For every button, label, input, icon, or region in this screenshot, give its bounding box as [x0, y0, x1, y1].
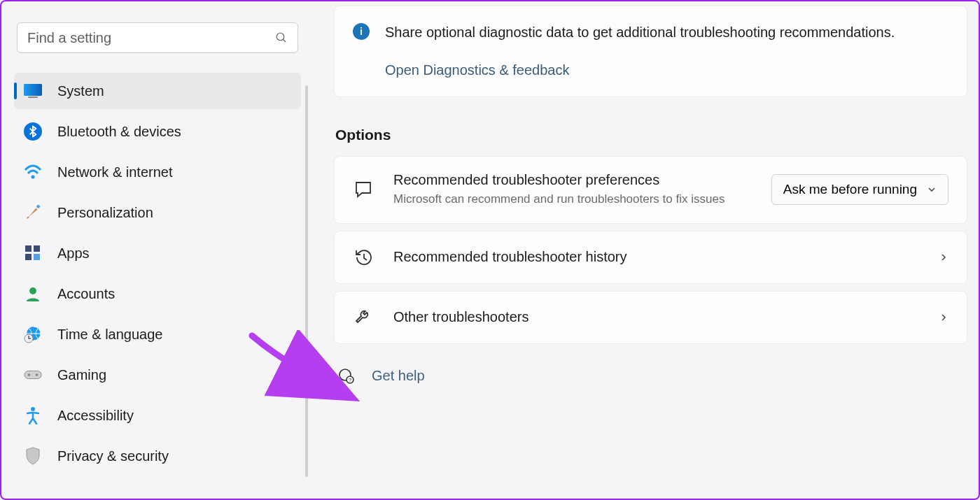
svg-point-6	[31, 176, 35, 179]
row-title: Recommended troubleshooter preferences	[393, 172, 771, 188]
help-label: Get help	[372, 368, 425, 384]
nav-label: Privacy & security	[57, 448, 169, 464]
nav-label: Accounts	[57, 286, 115, 302]
svg-rect-9	[34, 245, 40, 252]
bluetooth-icon	[24, 122, 42, 141]
nav-label: Accessibility	[57, 408, 134, 424]
svg-rect-10	[25, 254, 31, 260]
nav-label: Personalization	[57, 205, 153, 221]
svg-point-16	[28, 373, 31, 376]
system-icon	[24, 82, 42, 100]
dropdown-value: Ask me before running	[783, 182, 917, 197]
nav-item-accounts[interactable]: Accounts	[14, 276, 301, 312]
accessibility-icon	[24, 406, 42, 424]
nav-item-network[interactable]: Network & internet	[14, 154, 301, 190]
nav-item-apps[interactable]: Apps	[14, 235, 301, 271]
nav-label: System	[57, 83, 104, 99]
info-icon: i	[353, 23, 370, 40]
apps-icon	[24, 244, 42, 262]
svg-point-0	[276, 33, 284, 41]
diagnostic-info-card: i Share optional diagnostic data to get …	[334, 6, 967, 97]
options-heading: Options	[335, 127, 967, 143]
chevron-right-icon	[939, 252, 948, 262]
preferences-dropdown[interactable]: Ask me before running	[771, 174, 948, 205]
nav-label: Apps	[57, 245, 90, 262]
svg-line-1	[283, 39, 286, 42]
nav-item-system[interactable]: System	[14, 73, 301, 109]
svg-rect-11	[34, 254, 40, 260]
troubleshooter-preferences-row[interactable]: Recommended troubleshooter preferences M…	[334, 156, 967, 224]
troubleshooter-history-row[interactable]: Recommended troubleshooter history	[334, 231, 967, 284]
settings-sidebar: System Bluetooth & devices Network & int…	[1, 1, 309, 499]
svg-rect-7	[36, 204, 41, 208]
shield-icon	[24, 447, 42, 465]
open-diagnostics-link[interactable]: Open Diagnostics & feedback	[385, 62, 948, 78]
nav-label: Network & internet	[57, 164, 173, 180]
svg-rect-15	[24, 371, 41, 378]
svg-rect-3	[24, 84, 42, 96]
svg-point-17	[36, 373, 38, 376]
chat-bubble-icon	[353, 179, 374, 200]
row-title: Other troubleshooters	[393, 309, 939, 325]
info-text: Share optional diagnostic data to get ad…	[385, 22, 895, 43]
nav-item-privacy[interactable]: Privacy & security	[14, 438, 301, 474]
account-icon	[24, 285, 42, 303]
chevron-down-icon	[927, 185, 937, 194]
row-title: Recommended troubleshooter history	[393, 249, 939, 265]
nav-label: Bluetooth & devices	[57, 124, 181, 140]
brush-icon	[24, 203, 42, 222]
main-content: i Share optional diagnostic data to get …	[334, 1, 967, 499]
nav-label: Gaming	[57, 367, 106, 383]
svg-point-18	[31, 407, 35, 411]
chevron-right-icon	[939, 313, 948, 322]
nav-list: System Bluetooth & devices Network & int…	[14, 73, 301, 474]
nav-item-personalization[interactable]: Personalization	[14, 194, 301, 231]
nav-item-gaming[interactable]: Gaming	[14, 357, 301, 393]
sidebar-scrollbar[interactable]	[305, 85, 308, 477]
search-icon	[275, 31, 288, 44]
search-input[interactable]	[27, 30, 275, 46]
help-icon: ?	[338, 368, 355, 385]
row-subtitle: Microsoft can recommend and run troubles…	[393, 191, 771, 208]
svg-text:?: ?	[349, 377, 352, 383]
nav-item-time-language[interactable]: Time & language	[14, 316, 301, 352]
svg-point-12	[29, 287, 36, 294]
search-box[interactable]	[17, 22, 298, 53]
nav-item-bluetooth[interactable]: Bluetooth & devices	[14, 113, 301, 150]
get-help-row[interactable]: ? Get help	[334, 351, 967, 385]
clock-globe-icon	[24, 325, 42, 343]
nav-item-accessibility[interactable]: Accessibility	[14, 397, 301, 434]
wrench-icon	[353, 307, 374, 328]
row-body: Recommended troubleshooter preferences M…	[393, 172, 771, 208]
svg-rect-8	[25, 245, 31, 252]
other-troubleshooters-row[interactable]: Other troubleshooters	[334, 291, 967, 344]
history-icon	[353, 247, 374, 268]
nav-label: Time & language	[57, 327, 162, 343]
svg-rect-4	[28, 97, 38, 98]
gamepad-icon	[24, 366, 42, 384]
wifi-icon	[24, 163, 42, 181]
